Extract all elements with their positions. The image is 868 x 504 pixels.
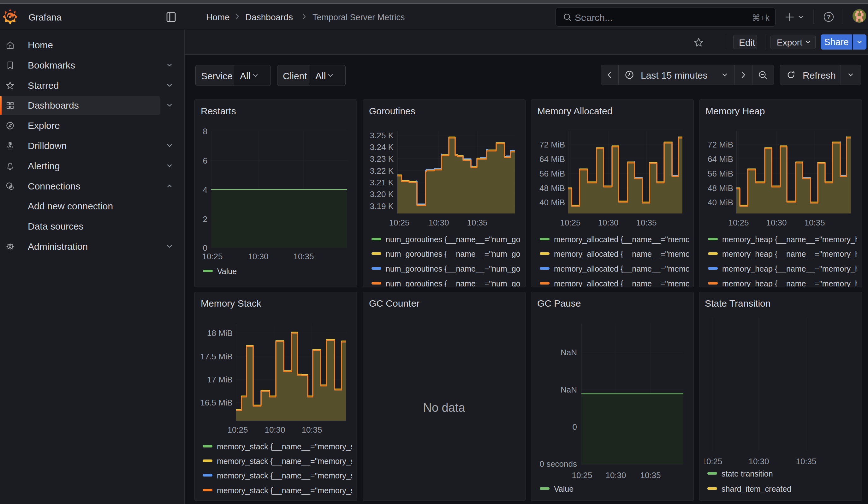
svg-text:num_goroutines {__name__="num_: num_goroutines {__name__="num_go xyxy=(386,264,520,273)
svg-text:72 MiB: 72 MiB xyxy=(707,140,733,150)
svg-text:10:25: 10:25 xyxy=(560,218,580,227)
svg-text:56 MiB: 56 MiB xyxy=(707,169,733,178)
svg-text:8: 8 xyxy=(203,127,207,136)
svg-text:10:30: 10:30 xyxy=(748,457,769,466)
svg-text:memory_allocated {__name__="me: memory_allocated {__name__="memo xyxy=(554,279,690,287)
svg-text:3.24 K: 3.24 K xyxy=(370,142,394,152)
svg-text:memory_stack {__name__="memory: memory_stack {__name__="memory_s xyxy=(217,471,354,480)
svg-text:3.25 K: 3.25 K xyxy=(370,131,394,140)
svg-text:17 MiB: 17 MiB xyxy=(207,375,232,384)
svg-text:memory_allocated {__name__="me: memory_allocated {__name__="memo xyxy=(554,249,690,258)
svg-text:num_goroutines {__name__="num_: num_goroutines {__name__="num_go xyxy=(386,235,520,244)
svg-text:memory_allocated {__name__="me: memory_allocated {__name__="memo xyxy=(554,264,690,273)
svg-text:4: 4 xyxy=(203,185,207,195)
svg-text:10:25: 10:25 xyxy=(728,218,749,227)
svg-text:No data: No data xyxy=(423,401,465,414)
svg-text:10:25: 10:25 xyxy=(227,425,248,434)
svg-text:17.5 MiB: 17.5 MiB xyxy=(200,352,232,361)
svg-text:40 MiB: 40 MiB xyxy=(539,198,565,207)
svg-text:3.22 K: 3.22 K xyxy=(370,166,394,176)
svg-text:3.21 K: 3.21 K xyxy=(370,178,394,187)
svg-text:GC Pause: GC Pause xyxy=(537,298,581,309)
svg-text:10:30: 10:30 xyxy=(265,425,285,434)
svg-text:memory_heap {__name__="memory_: memory_heap {__name__="memory_h xyxy=(722,279,859,287)
svg-text:Value: Value xyxy=(554,484,574,493)
svg-text:10:30: 10:30 xyxy=(766,218,787,227)
svg-text:Value: Value xyxy=(217,267,237,276)
svg-text:18 MiB: 18 MiB xyxy=(207,328,232,338)
svg-text:10:25: 10:25 xyxy=(202,252,223,261)
svg-text:6: 6 xyxy=(203,156,207,165)
svg-text:Memory Heap: Memory Heap xyxy=(705,106,765,116)
svg-text:10:35: 10:35 xyxy=(467,218,487,227)
svg-text:shard_item_created: shard_item_created xyxy=(722,484,791,493)
svg-text:0: 0 xyxy=(572,422,577,432)
svg-text:Memory Allocated: Memory Allocated xyxy=(537,106,612,116)
svg-text:72 MiB: 72 MiB xyxy=(539,140,565,150)
svg-text:3.19 K: 3.19 K xyxy=(370,202,394,211)
svg-text:memory_allocated {__name__="me: memory_allocated {__name__="memo xyxy=(554,235,690,244)
svg-text:Restarts: Restarts xyxy=(201,106,236,116)
svg-text:10:35: 10:35 xyxy=(301,425,322,434)
svg-text:memory_heap {__name__="memory_: memory_heap {__name__="memory_h xyxy=(722,264,859,273)
svg-text:Goroutines: Goroutines xyxy=(369,106,415,116)
svg-text:48 MiB: 48 MiB xyxy=(539,184,565,193)
svg-text:memory_stack {__name__="memory: memory_stack {__name__="memory_s xyxy=(217,442,354,451)
svg-text:40 MiB: 40 MiB xyxy=(707,198,733,207)
svg-text:0 seconds: 0 seconds xyxy=(539,459,577,469)
svg-text:10:30: 10:30 xyxy=(428,218,449,227)
svg-text:0: 0 xyxy=(203,243,207,253)
svg-text:16.5 MiB: 16.5 MiB xyxy=(200,398,232,407)
svg-text:?: ? xyxy=(827,13,830,21)
svg-text:Memory Stack: Memory Stack xyxy=(201,298,262,309)
svg-text:10:35: 10:35 xyxy=(293,252,314,261)
svg-text:10:30: 10:30 xyxy=(606,471,626,480)
svg-text:64 MiB: 64 MiB xyxy=(539,154,565,164)
svg-text:48 MiB: 48 MiB xyxy=(707,184,733,193)
svg-text:memory_heap {__name__="memory_: memory_heap {__name__="memory_h xyxy=(722,249,859,258)
svg-text:10:25: 10:25 xyxy=(572,471,592,480)
svg-text:10:25: 10:25 xyxy=(702,457,722,466)
svg-text:10:35: 10:35 xyxy=(796,457,816,466)
svg-text:memory_stack {__name__="memory: memory_stack {__name__="memory_s xyxy=(217,486,354,495)
svg-text:10:25: 10:25 xyxy=(389,218,410,227)
svg-text:10:35: 10:35 xyxy=(640,471,661,480)
svg-text:NaN: NaN xyxy=(560,348,577,357)
svg-text:2: 2 xyxy=(203,214,207,224)
svg-text:3.23 K: 3.23 K xyxy=(370,154,394,164)
svg-text:10:35: 10:35 xyxy=(636,218,657,227)
svg-text:GC Counter: GC Counter xyxy=(369,298,420,309)
svg-text:num_goroutines {__name__="num_: num_goroutines {__name__="num_go xyxy=(386,279,520,287)
svg-text:num_goroutines {__name__="num_: num_goroutines {__name__="num_go xyxy=(386,249,520,258)
svg-text:NaN: NaN xyxy=(560,385,577,394)
svg-text:56 MiB: 56 MiB xyxy=(539,169,565,178)
svg-text:64 MiB: 64 MiB xyxy=(707,154,733,164)
svg-text:3.20 K: 3.20 K xyxy=(370,189,394,199)
svg-text:memory_stack {__name__="memory: memory_stack {__name__="memory_s xyxy=(217,457,354,465)
svg-text:10:30: 10:30 xyxy=(248,252,268,261)
svg-text:10:30: 10:30 xyxy=(598,218,618,227)
svg-text:state transition: state transition xyxy=(722,469,773,478)
svg-text:State Transition: State Transition xyxy=(705,298,771,309)
svg-text:memory_heap {__name__="memory_: memory_heap {__name__="memory_h xyxy=(722,235,859,244)
svg-text:10:35: 10:35 xyxy=(804,218,825,227)
